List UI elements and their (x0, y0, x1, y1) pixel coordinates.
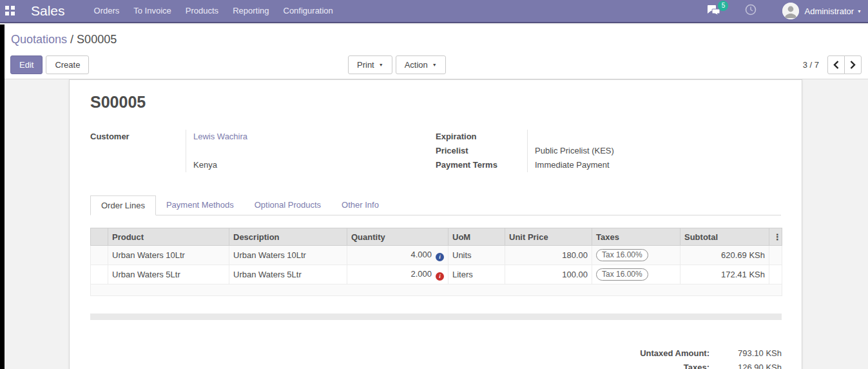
menu-item-products[interactable]: Products (178, 0, 226, 22)
pager-next-button[interactable] (844, 55, 862, 74)
breadcrumb: Quotations / S00005 (11, 33, 117, 46)
tax-badge: Tax 16.00% (596, 249, 648, 261)
totals-block: Untaxed Amount: 793.10 KSh Taxes: 126.90… (90, 346, 782, 369)
unit-price-cell[interactable]: 180.00 (505, 246, 592, 265)
unit-price-column-header[interactable]: Unit Price (505, 228, 592, 246)
taxes-cell[interactable]: Tax 16.00% (592, 246, 680, 265)
print-dropdown-button[interactable]: Print ▼ (348, 55, 392, 74)
apps-grid-icon[interactable] (5, 6, 15, 16)
app-brand[interactable]: Sales (31, 3, 65, 19)
section-divider (90, 314, 782, 320)
payment-terms-label: Payment Terms (436, 158, 527, 172)
menu-item-to-invoice[interactable]: To Invoice (126, 0, 178, 22)
stock-info-icon[interactable]: i (436, 253, 444, 261)
stock-warning-icon[interactable]: i (436, 272, 444, 281)
quotation-info-group: Customer Lewis Wachira Kenya Expiration … (90, 130, 781, 172)
row-handle-cell (91, 265, 108, 284)
table-row[interactable]: Urban Waters 5Ltr Urban Waters 5Ltr 2.00… (91, 265, 782, 284)
tab-order-lines[interactable]: Order Lines (90, 195, 156, 215)
order-lines-table: Product Description Quantity UoM Unit Pr… (90, 228, 782, 296)
product-cell[interactable]: Urban Waters 10Ltr (108, 246, 229, 265)
chevron-down-icon: ▼ (432, 63, 437, 67)
expiration-value (535, 130, 781, 144)
user-menu[interactable]: Administrator (804, 6, 854, 16)
quantity-cell[interactable]: 4.000i (347, 246, 448, 265)
edit-button[interactable]: Edit (10, 55, 43, 74)
main-menu: Orders To Invoice Products Reporting Con… (87, 0, 340, 22)
chevron-left-icon (833, 61, 839, 69)
product-column-header[interactable]: Product (108, 228, 229, 246)
quantity-cell[interactable]: 2.000i (347, 265, 448, 284)
quotation-form-sheet: S00005 Customer Lewis Wachira Kenya Expi… (69, 79, 802, 369)
menu-item-reporting[interactable]: Reporting (226, 0, 276, 22)
chevron-down-icon: ▼ (857, 9, 862, 14)
handle-column-header (91, 228, 108, 246)
action-dropdown-button[interactable]: Action ▼ (396, 55, 446, 74)
record-pager: 3 / 7 (803, 55, 862, 74)
taxes-value: 126.90 KSh (709, 361, 782, 369)
uom-cell[interactable]: Units (448, 246, 505, 265)
tab-optional-products[interactable]: Optional Products (244, 195, 331, 215)
messages-icon[interactable]: 5 (707, 5, 720, 18)
product-cell[interactable]: Urban Waters 5Ltr (108, 265, 229, 284)
table-header-row: Product Description Quantity UoM Unit Pr… (91, 228, 782, 246)
control-panel: Quotations / S00005 Edit Create Print ▼ … (5, 25, 868, 79)
empty-line-row (91, 284, 782, 296)
expiration-label: Expiration (436, 130, 527, 144)
window-edge-strip (0, 25, 5, 369)
menu-item-configuration[interactable]: Configuration (276, 0, 340, 22)
optional-columns-icon[interactable]: ⋮ (773, 232, 778, 242)
menu-item-orders[interactable]: Orders (87, 0, 127, 22)
quantity-column-header[interactable]: Quantity (347, 228, 448, 246)
customer-label: Customer (90, 130, 186, 144)
pricelist-value: Public Pricelist (KES) (535, 144, 781, 158)
breadcrumb-current: S00005 (77, 33, 117, 46)
breadcrumb-quotations[interactable]: Quotations (11, 33, 67, 46)
messages-count-badge: 5 (718, 1, 728, 11)
tax-badge: Tax 16.00% (596, 268, 648, 281)
tab-payment-methods[interactable]: Payment Methods (156, 195, 244, 215)
chevron-right-icon (850, 61, 856, 69)
systray: 5 Administrator ▼ (707, 3, 862, 19)
pricelist-label: Pricelist (436, 144, 527, 158)
customer-country: Kenya (193, 158, 425, 172)
activities-clock-icon[interactable] (745, 4, 757, 18)
subtotal-cell: 172.41 KSh (680, 265, 769, 284)
payment-terms-value: Immediate Payment (535, 158, 781, 172)
chevron-down-icon: ▼ (379, 63, 383, 67)
quotation-title: S00005 (90, 93, 781, 112)
notebook-tabs: Order Lines Payment Methods Optional Pro… (90, 195, 781, 215)
uom-column-header[interactable]: UoM (448, 228, 505, 246)
tab-other-info[interactable]: Other Info (331, 195, 389, 215)
pager-count: 3 / 7 (803, 60, 819, 70)
untaxed-amount-value: 793.10 KSh (709, 346, 782, 361)
create-button[interactable]: Create (46, 55, 89, 74)
breadcrumb-separator: / (70, 33, 73, 46)
row-handle-cell (91, 246, 108, 265)
description-column-header[interactable]: Description (229, 228, 347, 246)
subtotal-cell: 620.69 KSh (680, 246, 769, 265)
taxes-cell[interactable]: Tax 16.00% (592, 265, 680, 284)
pager-previous-button[interactable] (827, 55, 845, 74)
taxes-column-header[interactable]: Taxes (592, 228, 680, 246)
untaxed-amount-label: Untaxed Amount: (640, 346, 709, 361)
avatar[interactable] (782, 3, 799, 19)
subtotal-column-header[interactable]: Subtotal (680, 228, 769, 246)
unit-price-cell[interactable]: 100.00 (505, 265, 592, 284)
taxes-label: Taxes: (684, 361, 709, 369)
customer-value[interactable]: Lewis Wachira (193, 130, 425, 144)
uom-cell[interactable]: Liters (448, 265, 505, 284)
top-navbar: Sales Orders To Invoice Products Reporti… (0, 0, 868, 23)
description-cell[interactable]: Urban Waters 5Ltr (229, 265, 347, 284)
table-row[interactable]: Urban Waters 10Ltr Urban Waters 10Ltr 4.… (91, 246, 782, 265)
description-cell[interactable]: Urban Waters 10Ltr (229, 246, 347, 265)
